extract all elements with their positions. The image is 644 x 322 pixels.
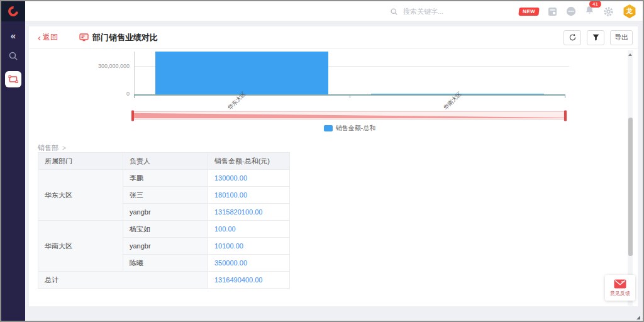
total-row: 总计 1316490400.00 bbox=[38, 272, 290, 289]
brand-logo[interactable] bbox=[1, 1, 25, 21]
report-app-glyph-icon bbox=[8, 75, 18, 84]
table-row: 华南大区 杨宝如 100.00 bbox=[38, 221, 290, 238]
refresh-button[interactable] bbox=[564, 30, 581, 45]
back-link[interactable]: ‹ 返回 bbox=[38, 32, 58, 43]
value-cell[interactable]: 100.00 bbox=[208, 221, 290, 238]
x-axis-tick bbox=[565, 96, 565, 98]
filter-icon bbox=[592, 33, 600, 42]
table-header-cell: 销售金额-总和(元) bbox=[208, 153, 290, 170]
y-axis-tick-label: 0 bbox=[86, 91, 130, 97]
table-header-cell: 负责人 bbox=[123, 153, 208, 170]
value-cell[interactable]: 350000.00 bbox=[208, 255, 290, 272]
legend-label: 销售金额-总和 bbox=[336, 124, 375, 133]
value-cell[interactable]: 130000.00 bbox=[208, 170, 290, 187]
report-header: ‹ 返回 部门销售业绩对比 导出 bbox=[29, 26, 638, 49]
person-cell: yangbr bbox=[123, 238, 208, 255]
brand-logo-icon bbox=[6, 4, 21, 18]
sidebar: « bbox=[1, 21, 25, 321]
table-header-row: 所属部门 负责人 销售金额-总和(元) bbox=[38, 153, 290, 170]
refresh-icon bbox=[569, 33, 577, 42]
breadcrumb-separator: > bbox=[62, 145, 66, 152]
messages-icon[interactable] bbox=[566, 6, 576, 16]
value-cell[interactable]: 10100.00 bbox=[208, 238, 290, 255]
report-icon bbox=[79, 33, 89, 42]
datazoom-slider[interactable] bbox=[132, 111, 566, 119]
browser-window: 搜索关键字... NEW 41 龙 « bbox=[0, 0, 644, 322]
export-button[interactable]: 导出 bbox=[610, 30, 633, 45]
y-axis-tick-label: 300,000,000 bbox=[86, 63, 130, 69]
chevron-left-icon: ‹ bbox=[38, 33, 41, 42]
sales-table: 所属部门 负责人 销售金额-总和(元) 华东大区 李鹏 130000.00 张三… bbox=[38, 152, 290, 289]
global-search[interactable]: 搜索关键字... bbox=[390, 1, 443, 21]
topbar-actions: NEW 41 龙 bbox=[519, 1, 636, 21]
person-cell: 陈曦 bbox=[123, 255, 208, 272]
notebook-icon[interactable] bbox=[548, 7, 557, 16]
resize-grip-icon bbox=[636, 316, 640, 319]
scroll-up-arrow-icon[interactable] bbox=[628, 53, 632, 56]
datazoom-data-shadow bbox=[133, 113, 565, 118]
gear-icon[interactable] bbox=[603, 6, 614, 17]
filter-button[interactable] bbox=[587, 30, 604, 45]
legend-swatch bbox=[324, 125, 333, 131]
chart-bar[interactable] bbox=[155, 52, 328, 94]
search-icon bbox=[390, 8, 398, 16]
breadcrumb: 销售部 > bbox=[38, 143, 66, 153]
chart-legend[interactable]: 销售金额-总和 bbox=[134, 124, 565, 133]
search-icon[interactable] bbox=[8, 51, 18, 61]
department-cell: 华东大区 bbox=[38, 170, 123, 221]
datazoom-handle-left[interactable] bbox=[131, 110, 134, 121]
total-value-cell[interactable]: 1316490400.00 bbox=[208, 272, 290, 289]
total-label-cell: 总计 bbox=[38, 272, 208, 289]
person-cell: yangbr bbox=[123, 204, 208, 221]
envelope-icon bbox=[614, 279, 626, 289]
back-label: 返回 bbox=[43, 32, 58, 43]
search-input[interactable]: 搜索关键字... bbox=[403, 7, 443, 16]
page-title: 部门销售业绩对比 bbox=[92, 32, 158, 43]
new-badge[interactable]: NEW bbox=[518, 8, 540, 16]
datazoom-handle-right[interactable] bbox=[564, 110, 567, 121]
report-card: ‹ 返回 部门销售业绩对比 导出 bbox=[29, 26, 638, 306]
person-cell: 李鹏 bbox=[123, 170, 208, 187]
main-content: ‹ 返回 部门销售业绩对比 导出 bbox=[25, 21, 643, 321]
dashboard-app-icon[interactable] bbox=[5, 71, 21, 87]
collapse-sidebar-icon[interactable]: « bbox=[11, 30, 16, 41]
feedback-button[interactable]: 意见反馈 bbox=[605, 275, 635, 301]
chart-plot bbox=[134, 52, 565, 94]
value-cell[interactable]: 180100.00 bbox=[208, 187, 290, 204]
department-cell: 华南大区 bbox=[38, 221, 123, 272]
notification-badge: 41 bbox=[589, 1, 601, 8]
scrollbar-thumb[interactable] bbox=[628, 118, 633, 256]
table-header-cell: 所属部门 bbox=[38, 153, 123, 170]
x-axis-tick bbox=[350, 96, 350, 98]
person-cell: 张三 bbox=[123, 187, 208, 204]
topbar: 搜索关键字... NEW 41 龙 bbox=[1, 1, 643, 21]
person-cell: 杨宝如 bbox=[123, 221, 208, 238]
vertical-scrollbar[interactable] bbox=[628, 50, 633, 306]
avatar[interactable]: 龙 bbox=[623, 4, 636, 18]
x-axis-tick bbox=[134, 96, 135, 98]
notifications[interactable]: 41 bbox=[585, 5, 594, 18]
feedback-label: 意见反馈 bbox=[610, 290, 630, 297]
value-cell[interactable]: 1315820100.00 bbox=[208, 204, 290, 221]
breadcrumb-department[interactable]: 销售部 bbox=[38, 143, 58, 153]
table-row: 华东大区 李鹏 130000.00 bbox=[38, 170, 290, 187]
